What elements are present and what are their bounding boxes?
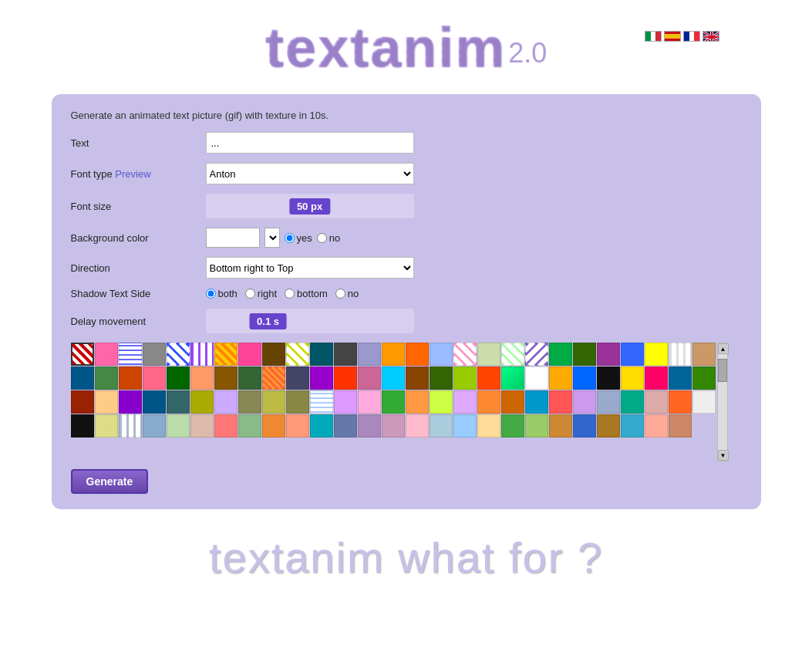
texture-cell[interactable] — [358, 414, 381, 437]
texture-cell[interactable] — [669, 414, 692, 437]
texture-cell[interactable] — [645, 343, 668, 366]
texture-cell[interactable] — [692, 390, 716, 414]
texture-cell[interactable] — [95, 414, 118, 437]
texture-cell[interactable] — [358, 343, 381, 366]
texture-cell[interactable] — [310, 414, 333, 437]
texture-cell[interactable] — [214, 343, 238, 366]
texture-cell[interactable] — [190, 343, 214, 366]
generate-button[interactable]: Generate — [71, 469, 149, 494]
texture-cell[interactable] — [95, 367, 118, 390]
texture-cell[interactable] — [669, 367, 692, 390]
texture-cell[interactable] — [597, 414, 620, 437]
texture-cell[interactable] — [143, 367, 166, 390]
texture-cell[interactable] — [597, 343, 620, 366]
texture-cell[interactable] — [477, 343, 500, 366]
texture-cell[interactable] — [382, 367, 405, 390]
texture-cell[interactable] — [525, 343, 548, 366]
texture-cell[interactable] — [190, 390, 214, 414]
shadow-right-radio[interactable] — [245, 289, 255, 299]
flag-uk[interactable] — [702, 31, 719, 42]
texture-cell[interactable] — [143, 414, 166, 437]
texture-cell[interactable] — [334, 343, 357, 366]
texture-cell[interactable] — [573, 367, 596, 390]
texture-cell[interactable] — [645, 390, 668, 414]
bg-yes-radio[interactable] — [285, 233, 295, 243]
texture-cell[interactable] — [669, 390, 692, 414]
bg-no-radio[interactable] — [317, 233, 327, 243]
texture-cell[interactable] — [286, 390, 309, 414]
texture-cell[interactable] — [143, 390, 166, 414]
texture-cell[interactable] — [573, 414, 596, 437]
texture-cell[interactable] — [621, 414, 644, 437]
texture-cell[interactable] — [143, 343, 166, 366]
texture-cell[interactable] — [501, 367, 524, 390]
texture-cell[interactable] — [501, 414, 524, 437]
texture-cell[interactable] — [262, 414, 285, 437]
texture-cell[interactable] — [119, 414, 142, 437]
texture-cell[interactable] — [406, 390, 429, 414]
texture-cell[interactable] — [621, 390, 644, 414]
language-flags[interactable] — [645, 31, 719, 42]
texture-cell[interactable] — [549, 367, 572, 390]
texture-cell[interactable] — [453, 343, 477, 366]
texture-cell[interactable] — [334, 367, 357, 390]
shadow-both-radio[interactable] — [206, 289, 216, 299]
texture-cell[interactable] — [262, 343, 285, 366]
texture-cell[interactable] — [477, 414, 500, 437]
texture-cell[interactable] — [501, 390, 524, 414]
texture-cell[interactable] — [214, 390, 238, 414]
texture-cell[interactable] — [573, 390, 596, 414]
font-size-slider[interactable]: 50 px — [206, 194, 414, 218]
texture-cell[interactable] — [262, 390, 285, 414]
texture-cell[interactable] — [597, 390, 620, 414]
flag-fr[interactable] — [683, 31, 700, 42]
flag-es[interactable] — [664, 31, 681, 42]
texture-cell[interactable] — [573, 343, 596, 366]
texture-cell[interactable] — [190, 367, 214, 390]
texture-cell[interactable] — [453, 414, 477, 437]
texture-scrollbar[interactable]: ▲ ▼ — [717, 343, 728, 461]
texture-cell[interactable] — [525, 414, 548, 437]
flag-it[interactable] — [645, 31, 662, 42]
direction-select[interactable]: Left to Right Right to Left Top to Botto… — [206, 257, 414, 279]
texture-cell[interactable] — [238, 390, 261, 414]
texture-cell[interactable] — [669, 343, 692, 366]
texture-cell[interactable] — [382, 414, 405, 437]
texture-cell[interactable] — [453, 390, 477, 414]
texture-cell[interactable] — [71, 367, 94, 390]
texture-cell[interactable] — [430, 343, 453, 366]
texture-cell[interactable] — [525, 367, 548, 390]
texture-cell[interactable] — [430, 367, 453, 390]
texture-cell[interactable] — [167, 367, 190, 390]
texture-cell[interactable] — [692, 367, 716, 390]
texture-cell[interactable] — [382, 390, 405, 414]
bg-color-dropdown[interactable]: ▼ — [264, 228, 280, 248]
texture-cell[interactable] — [238, 414, 261, 437]
texture-cell[interactable] — [214, 367, 238, 390]
texture-cell[interactable] — [119, 343, 142, 366]
scrollbar-up[interactable]: ▲ — [718, 343, 729, 354]
texture-cell[interactable] — [334, 390, 357, 414]
texture-cell[interactable] — [382, 343, 405, 366]
texture-cell[interactable] — [95, 343, 118, 366]
texture-cell[interactable] — [430, 414, 453, 437]
texture-cell[interactable] — [71, 343, 94, 366]
texture-cell[interactable] — [238, 367, 261, 390]
shadow-bottom-label[interactable]: bottom — [285, 288, 328, 299]
texture-cell[interactable] — [95, 390, 118, 414]
texture-cell[interactable] — [262, 367, 285, 390]
texture-cell[interactable] — [119, 390, 142, 414]
texture-cell[interactable] — [286, 414, 309, 437]
texture-cell[interactable] — [525, 390, 548, 414]
texture-cell[interactable] — [358, 367, 381, 390]
scrollbar-down[interactable]: ▼ — [718, 450, 729, 461]
bg-no-label[interactable]: no — [317, 232, 340, 244]
texture-cell[interactable] — [119, 367, 142, 390]
shadow-no-label[interactable]: no — [335, 288, 359, 299]
texture-cell[interactable] — [310, 367, 333, 390]
shadow-no-radio[interactable] — [335, 289, 345, 299]
texture-cell[interactable] — [406, 414, 429, 437]
texture-cell[interactable] — [645, 367, 668, 390]
texture-cell[interactable] — [621, 367, 644, 390]
texture-cell[interactable] — [71, 414, 94, 437]
